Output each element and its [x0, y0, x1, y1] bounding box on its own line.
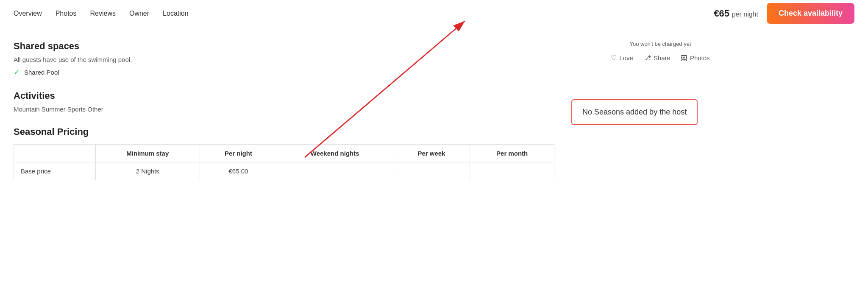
price-display: €65 per night	[714, 8, 758, 19]
nav-link-photos[interactable]: Photos	[56, 8, 77, 19]
row-weekend	[277, 162, 393, 180]
share-label: Share	[654, 54, 670, 61]
checkmark-icon: ✓	[14, 67, 20, 77]
action-row: ♡ Love ⎇ Share 🖼 Photos	[571, 54, 749, 62]
seasonal-pricing-title: Seasonal Pricing	[14, 126, 554, 137]
share-action[interactable]: ⎇ Share	[643, 54, 670, 62]
love-label: Love	[619, 54, 633, 61]
photos-action[interactable]: 🖼 Photos	[681, 54, 710, 62]
table-header-row: Minimum stay Per night Weekend nights Pe…	[14, 145, 554, 162]
right-column: You won't be charged yet ♡ Love ⎇ Share …	[571, 41, 749, 194]
pricing-table: Minimum stay Per night Weekend nights Pe…	[14, 144, 554, 180]
col-header-per-week: Per week	[393, 145, 470, 162]
price-per-night: per night	[732, 11, 758, 18]
photos-label: Photos	[690, 54, 710, 61]
nav-link-location[interactable]: Location	[163, 8, 189, 19]
activities-list: Mountain Summer Sports Other	[14, 106, 554, 113]
nav-link-overview[interactable]: Overview	[14, 8, 42, 19]
col-header-weekend: Weekend nights	[277, 145, 393, 162]
nav-link-reviews[interactable]: Reviews	[90, 8, 116, 19]
col-header-name	[14, 145, 96, 162]
activities-title: Activities	[14, 90, 554, 101]
col-header-min-stay: Minimum stay	[95, 145, 200, 162]
table-row: Base price 2 Nights €65.00	[14, 162, 554, 180]
row-per-month	[470, 162, 554, 180]
price-amount: €65	[714, 8, 729, 19]
no-seasons-container: No Seasons added by the host	[571, 96, 749, 125]
nav-bar: Overview Photos Reviews Owner Location €…	[0, 0, 868, 27]
check-availability-button[interactable]: Check availability	[767, 3, 854, 24]
nav-links: Overview Photos Reviews Owner Location	[14, 8, 189, 19]
amenity-label: Shared Pool	[24, 69, 59, 76]
row-per-week	[393, 162, 470, 180]
nav-link-owner[interactable]: Owner	[129, 8, 149, 19]
amenity-shared-pool: ✓ Shared Pool	[14, 67, 554, 77]
row-name: Base price	[14, 162, 96, 180]
shared-spaces-title: Shared spaces	[14, 41, 554, 52]
heart-icon: ♡	[611, 54, 617, 62]
nav-right: €65 per night Check availability	[714, 3, 854, 24]
shared-spaces-subtitle: All guests have use of the swimming pool…	[14, 56, 554, 63]
seasonal-pricing-section: Seasonal Pricing Minimum stay Per night …	[14, 126, 554, 180]
charge-notice: You won't be charged yet	[571, 41, 749, 47]
col-header-per-month: Per month	[470, 145, 554, 162]
row-per-night: €65.00	[200, 162, 277, 180]
no-seasons-box: No Seasons added by the host	[571, 99, 698, 125]
activities-section: Activities Mountain Summer Sports Other	[14, 90, 554, 113]
col-header-per-night: Per night	[200, 145, 277, 162]
row-min-stay: 2 Nights	[95, 162, 200, 180]
love-action[interactable]: ♡ Love	[611, 54, 633, 62]
share-icon: ⎇	[643, 54, 651, 62]
photos-icon: 🖼	[681, 54, 687, 62]
left-column: Shared spaces All guests have use of the…	[14, 41, 554, 194]
main-container: Shared spaces All guests have use of the…	[0, 27, 763, 194]
shared-spaces-section: Shared spaces All guests have use of the…	[14, 41, 554, 77]
